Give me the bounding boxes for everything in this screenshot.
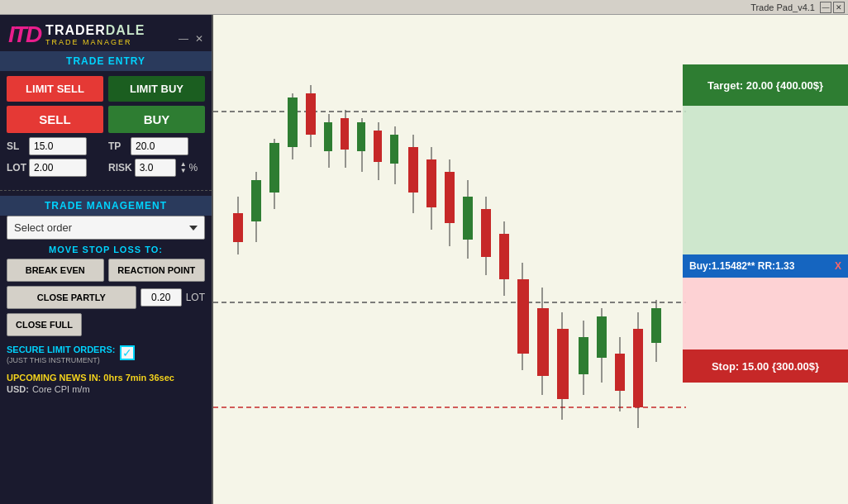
trade-mgmt-header: TRADE MANAGEMENT <box>0 196 212 216</box>
secure-sublabel: (JUST THIS INSTRUMENT) <box>7 356 115 364</box>
secure-label: SECURE LIMIT ORDERS: <box>7 345 115 354</box>
risk-field: RISK ▲ ▼ % <box>108 159 205 177</box>
price-stop-bar: Stop: 15.00 {300.00$} <box>683 349 848 383</box>
price-green-zone <box>683 106 848 254</box>
candle-body <box>251 180 261 221</box>
price-entry-label: Buy:1.15482** RR:1.33 <box>689 260 794 272</box>
candle-body <box>357 122 365 151</box>
candle-body <box>341 118 349 150</box>
lot-field: LOT <box>7 159 103 177</box>
lot-label: LOT <box>7 162 26 174</box>
candle-body <box>651 308 661 343</box>
trade-entry-header: TRADE ENTRY <box>0 51 212 71</box>
candle-body <box>408 147 418 193</box>
logo-dale: DALE <box>106 23 145 37</box>
move-sl-header: MOVE STOP LOSS TO: <box>7 245 205 254</box>
limit-buttons-row: LIMIT SELL LIMIT BUY <box>7 76 205 102</box>
news-section: UPCOMING NEWS IN: 0hrs 7min 36sec USD: C… <box>0 369 212 397</box>
price-target-bar: Target: 20.00 {400.00$} <box>683 64 848 106</box>
risk-label: RISK <box>108 162 132 174</box>
news-currency: USD: <box>7 384 29 394</box>
app-title: Trade Pad_v4.1 <box>750 2 815 12</box>
sl-input[interactable] <box>29 137 87 155</box>
candle-body <box>445 172 455 223</box>
candle-body <box>557 329 569 399</box>
lot-input[interactable] <box>29 159 87 177</box>
candle-body <box>579 337 588 374</box>
tp-field: TP <box>108 137 205 155</box>
close-partly-button[interactable]: CLOSE PARTLY <box>7 286 136 309</box>
tp-input[interactable] <box>131 137 188 155</box>
upcoming-label: UPCOMING NEWS IN: <box>7 373 101 383</box>
close-partly-lot-label: LOT <box>186 292 205 303</box>
minimize-button[interactable]: — <box>820 2 831 13</box>
risk-arrows[interactable]: ▲ ▼ <box>180 161 187 174</box>
close-partly-lot-input[interactable] <box>141 288 182 307</box>
news-item: USD: Core CPI m/m <box>7 384 205 394</box>
candle-body <box>288 97 298 147</box>
logo-text: TRADERDALE TRADE MANAGER <box>45 23 145 46</box>
candle-body <box>233 213 243 242</box>
candle-body <box>463 197 473 240</box>
lot-risk-row: LOT RISK ▲ ▼ % <box>7 159 205 177</box>
news-upcoming-row: UPCOMING NEWS IN: 0hrs 7min 36sec <box>7 373 205 383</box>
news-time: 0hrs 7min 36sec <box>103 373 174 383</box>
close-partly-row: CLOSE PARTLY LOT <box>7 286 205 309</box>
candle-body <box>597 316 607 358</box>
buy-button[interactable]: BUY <box>108 106 205 133</box>
secure-row: SECURE LIMIT ORDERS: (JUST THIS INSTRUME… <box>7 341 205 364</box>
logo-brand: TRADERDALE <box>45 23 145 38</box>
candle-body <box>517 279 529 354</box>
reaction-point-button[interactable]: REACTION POINT <box>108 259 206 282</box>
candle-body <box>537 308 549 376</box>
sl-buttons-row: BREAK EVEN REACTION POINT <box>7 259 205 282</box>
candle-body <box>390 135 398 164</box>
candle-body <box>633 329 643 407</box>
price-entry-bar: Buy:1.15482** RR:1.33 X <box>683 254 848 278</box>
section-divider <box>0 190 212 191</box>
candle-body <box>374 131 382 162</box>
limit-buy-button[interactable]: LIMIT BUY <box>108 76 205 102</box>
secure-checkbox[interactable]: ✓ <box>120 345 135 360</box>
sell-button[interactable]: SELL <box>7 106 103 133</box>
price-entry-close[interactable]: X <box>835 260 841 272</box>
candle-body <box>306 93 316 135</box>
left-panel: ITD TRADERDALE TRADE MANAGER — ✕ TRADE E… <box>0 15 213 504</box>
tp-label: TP <box>108 140 128 152</box>
title-bar: Trade Pad_v4.1 — ✕ <box>0 0 848 15</box>
trade-entry-section: LIMIT SELL LIMIT BUY SELL BUY SL TP LOT … <box>0 71 212 185</box>
price-panel: Target: 20.00 {400.00$} Buy:1.15482** RR… <box>683 64 848 337</box>
panel-close[interactable]: ✕ <box>195 33 203 45</box>
sl-field: SL <box>7 137 103 155</box>
chart-area: Target: 20.00 {400.00$} Buy:1.15482** RR… <box>213 15 848 504</box>
close-full-button[interactable]: CLOSE FULL <box>7 313 82 336</box>
logo-subtitle: TRADE MANAGER <box>45 38 145 46</box>
limit-sell-button[interactable]: LIMIT SELL <box>7 76 103 102</box>
candle-body <box>269 143 279 193</box>
pct-label: % <box>189 162 198 174</box>
trade-mgmt-section: Select order MOVE STOP LOSS TO: BREAK EV… <box>0 216 212 369</box>
logo-icon: ITD <box>8 21 40 48</box>
candle-body <box>499 234 509 279</box>
candle-body <box>324 122 332 151</box>
price-red-zone <box>683 278 848 360</box>
panel-minimize[interactable]: — <box>179 33 188 45</box>
candle-body <box>481 209 491 257</box>
candle-body <box>615 354 625 391</box>
sl-label: SL <box>7 140 26 152</box>
logo-area: ITD TRADERDALE TRADE MANAGER — ✕ <box>0 15 212 51</box>
close-button[interactable]: ✕ <box>833 2 845 13</box>
news-name: Core CPI m/m <box>32 384 90 394</box>
select-order-dropdown[interactable]: Select order <box>7 216 205 240</box>
candle-body <box>426 159 436 207</box>
logo-trader: TRADER <box>45 23 106 37</box>
market-buttons-row: SELL BUY <box>7 106 205 133</box>
break-even-button[interactable]: BREAK EVEN <box>7 259 104 282</box>
risk-input[interactable] <box>135 159 176 177</box>
close-full-row: CLOSE FULL <box>7 313 205 341</box>
sl-tp-row: SL TP <box>7 137 205 155</box>
risk-down-arrow[interactable]: ▼ <box>180 168 187 174</box>
